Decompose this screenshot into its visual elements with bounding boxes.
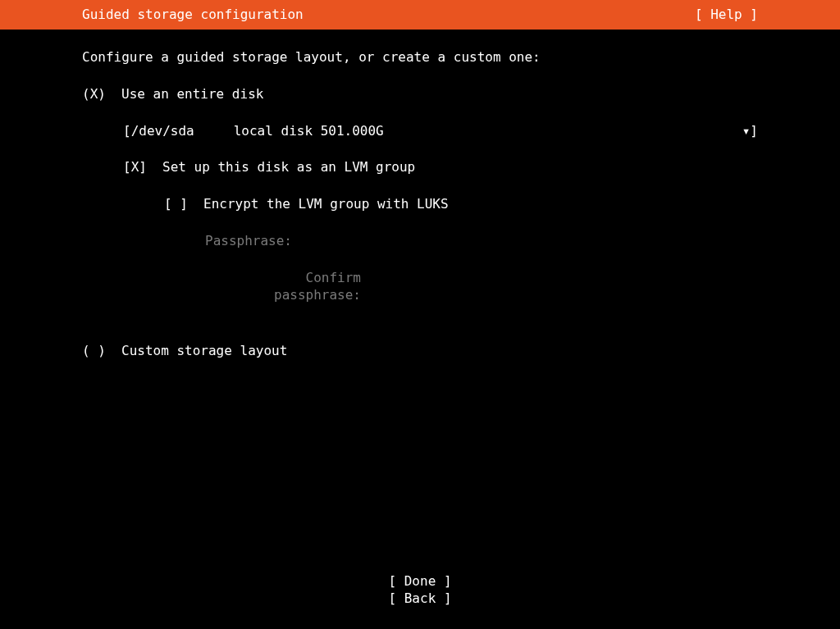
checkbox-unchecked-icon: [ ] [164,196,203,213]
option-use-entire-disk-label: Use an entire disk [121,86,263,103]
passphrase-label: Passphrase: [205,233,279,250]
checkbox-checked-icon: [X] [123,159,162,176]
bracket-close: ] [750,123,758,140]
option-luks[interactable]: [ ] Encrypt the LVM group with LUKS [164,196,758,213]
disk-selector[interactable]: [ /dev/sda local disk 501.000G ▾ ] [123,123,758,140]
option-use-entire-disk[interactable]: (X) Use an entire disk [82,86,758,103]
disk-description: local disk 501.000G [234,123,384,140]
instruction-text: Configure a guided storage layout, or cr… [82,49,758,66]
radio-selected-icon: (X) [82,86,121,103]
main-content: Configure a guided storage layout, or cr… [0,30,840,360]
back-button[interactable]: [ Back ] [0,590,840,608]
radio-unselected-icon: ( ) [82,343,121,360]
screen-title: Guided storage configuration [0,7,304,24]
title-bar: Guided storage configuration [ Help ] [0,0,840,30]
chevron-down-icon: ▾ [742,123,751,140]
passphrase-row: Passphrase: [205,233,758,250]
bracket-open: [ [123,123,131,140]
footer-buttons: [ Done ] [ Back ] [0,573,840,608]
disk-device: /dev/sda [131,123,194,140]
help-button[interactable]: [ Help ] [695,7,840,24]
done-button[interactable]: [ Done ] [0,573,840,590]
confirm-passphrase-label: Confirm passphrase: [226,270,361,304]
confirm-passphrase-row: Confirm passphrase: [226,270,758,304]
option-lvm-label: Set up this disk as an LVM group [162,159,415,176]
option-luks-label: Encrypt the LVM group with LUKS [203,196,449,213]
option-custom-layout-label: Custom storage layout [121,343,287,360]
option-custom-layout[interactable]: ( ) Custom storage layout [82,343,758,360]
option-lvm[interactable]: [X] Set up this disk as an LVM group [123,159,758,176]
